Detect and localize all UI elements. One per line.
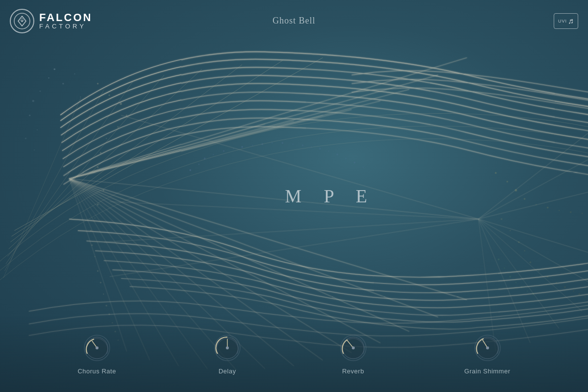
- svg-point-35: [507, 181, 509, 183]
- svg-point-34: [495, 172, 497, 174]
- svg-point-54: [585, 296, 586, 297]
- svg-point-143: [352, 346, 355, 349]
- svg-point-27: [100, 282, 102, 284]
- svg-point-70: [213, 154, 214, 155]
- svg-line-92: [69, 115, 323, 178]
- svg-point-41: [570, 211, 572, 213]
- svg-line-95: [69, 179, 467, 300]
- svg-point-86: [363, 167, 364, 168]
- reverb-group: Reverb: [339, 333, 368, 375]
- logo-falcon: FALCON: [39, 12, 92, 23]
- delay-label: Delay: [219, 368, 236, 375]
- svg-point-74: [252, 145, 253, 146]
- svg-point-0: [54, 68, 56, 70]
- svg-point-44: [510, 230, 511, 231]
- svg-point-14: [126, 115, 128, 117]
- chorus-rate-group: Chorus Rate: [77, 333, 116, 375]
- svg-point-51: [564, 286, 566, 288]
- svg-point-29: [106, 305, 108, 307]
- header: FALCON FACTORY Ghost Bell UVI ♬: [0, 0, 588, 42]
- svg-point-72: [233, 148, 234, 149]
- svg-point-37: [524, 198, 526, 200]
- svg-point-26: [97, 270, 99, 272]
- svg-point-22: [95, 218, 96, 219]
- svg-point-46: [524, 250, 525, 251]
- svg-point-77: [282, 142, 284, 144]
- svg-point-16: [106, 138, 107, 139]
- svg-point-39: [547, 207, 549, 209]
- svg-point-3: [40, 91, 41, 92]
- logo-factory: FACTORY: [39, 23, 92, 29]
- svg-point-47: [530, 262, 532, 264]
- svg-point-82: [328, 150, 329, 151]
- svg-point-84: [345, 158, 346, 159]
- svg-point-42: [582, 213, 583, 214]
- svg-point-73: [241, 146, 243, 148]
- svg-point-52: [573, 291, 574, 292]
- delay-knob[interactable]: [213, 333, 242, 363]
- svg-point-8: [37, 129, 38, 130]
- svg-point-65: [527, 291, 528, 292]
- uvi-text: UVI: [558, 19, 567, 24]
- svg-line-108: [69, 179, 478, 219]
- svg-line-96: [69, 179, 438, 317]
- logo-svg: [13, 12, 31, 30]
- svg-point-17: [100, 152, 102, 154]
- svg-point-5: [32, 100, 35, 102]
- reverb-knob-svg: [339, 333, 368, 363]
- preset-title: Ghost Bell: [272, 16, 316, 26]
- svg-point-21: [97, 204, 99, 206]
- chorus-rate-label: Chorus Rate: [77, 368, 116, 375]
- svg-line-115: [478, 184, 588, 219]
- svg-point-81: [319, 148, 321, 150]
- logo-text: FALCON FACTORY: [39, 12, 92, 29]
- logo-circle: [10, 9, 34, 33]
- chorus-rate-knob[interactable]: [82, 333, 112, 363]
- chorus-rate-knob-svg: [82, 333, 112, 363]
- svg-line-128: [4, 90, 103, 271]
- svg-point-43: [501, 218, 503, 220]
- svg-point-61: [504, 268, 505, 269]
- svg-point-67: [189, 169, 191, 171]
- svg-point-12: [109, 94, 111, 96]
- reverb-knob[interactable]: [339, 333, 368, 363]
- svg-point-9: [25, 138, 27, 140]
- grain-shimmer-group: Grain Shimmer: [465, 333, 511, 375]
- svg-point-71: [223, 150, 225, 152]
- svg-line-93: [69, 121, 294, 179]
- grain-shimmer-knob[interactable]: [473, 333, 502, 363]
- svg-point-79: [302, 145, 304, 147]
- delay-group: Delay: [213, 333, 242, 375]
- svg-point-62: [509, 276, 511, 278]
- svg-point-50: [556, 282, 557, 283]
- logo-area: FALCON FACTORY: [10, 9, 92, 33]
- svg-point-2: [63, 83, 65, 85]
- svg-line-114: [478, 144, 588, 219]
- svg-point-28: [103, 294, 104, 294]
- svg-line-109: [121, 115, 478, 219]
- svg-point-53: [579, 293, 581, 295]
- svg-point-68: [198, 164, 199, 165]
- svg-line-97: [69, 179, 409, 332]
- svg-point-13: [120, 102, 122, 105]
- svg-point-139: [226, 346, 229, 349]
- svg-line-129: [3, 98, 81, 278]
- svg-point-85: [354, 162, 356, 164]
- infinity-icon: ♬: [568, 17, 574, 25]
- svg-point-60: [498, 259, 500, 261]
- svg-point-131: [21, 20, 23, 22]
- svg-line-91: [69, 110, 351, 179]
- svg-point-78: [292, 144, 293, 145]
- svg-point-20: [103, 189, 105, 191]
- svg-point-11: [97, 83, 99, 85]
- svg-point-10: [34, 149, 35, 150]
- svg-point-7: [29, 115, 31, 117]
- controls-bar: Chorus Rate Delay: [0, 316, 588, 392]
- svg-point-135: [96, 346, 98, 349]
- grain-shimmer-label: Grain Shimmer: [465, 368, 511, 375]
- uvi-badge: UVI ♬: [554, 13, 578, 29]
- delay-knob-svg: [213, 333, 242, 363]
- svg-point-4: [74, 73, 75, 74]
- svg-point-40: [559, 210, 560, 211]
- svg-point-48: [539, 270, 539, 271]
